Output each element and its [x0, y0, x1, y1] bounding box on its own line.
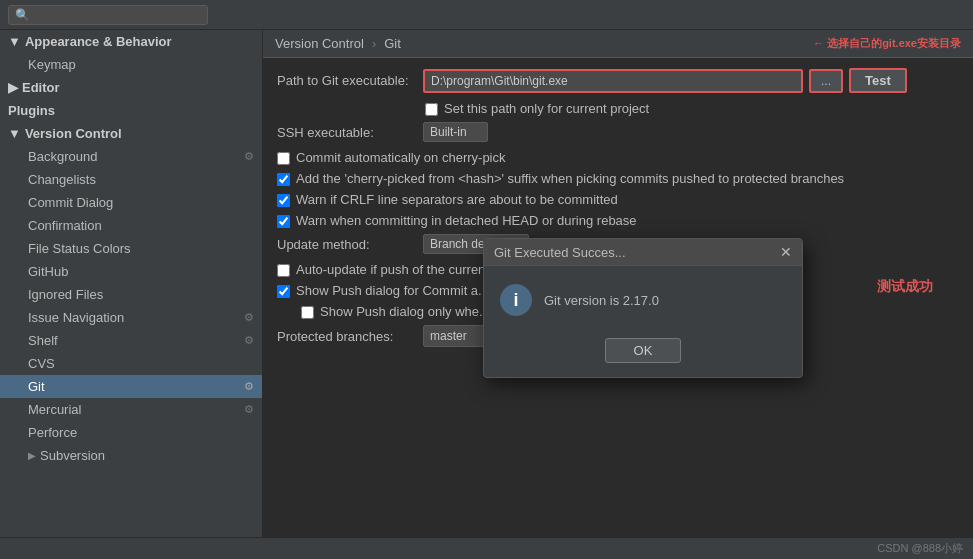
sidebar-item-cvs[interactable]: CVS	[0, 352, 262, 375]
ok-button[interactable]: OK	[605, 338, 682, 363]
sidebar-item-changelists[interactable]: Changelists	[0, 168, 262, 191]
browse-button[interactable]: ...	[809, 69, 843, 93]
current-project-label: Set this path only for current project	[444, 101, 649, 116]
sidebar-item-label: Editor	[22, 80, 254, 95]
sidebar-item-keymap[interactable]: Keymap	[0, 53, 262, 76]
sidebar-item-github[interactable]: GitHub	[0, 260, 262, 283]
vcs-icon-git: ⚙	[244, 380, 254, 393]
sidebar-item-git[interactable]: Git ⚙	[0, 375, 262, 398]
expand-arrow: ▶	[28, 450, 36, 461]
vcs-icon-background: ⚙	[244, 150, 254, 163]
detached-label: Warn when committing in detached HEAD or…	[296, 213, 637, 228]
expand-arrow: ▼	[8, 126, 21, 141]
sidebar-item-plugins[interactable]: Plugins	[0, 99, 262, 122]
sidebar-item-shelf[interactable]: Shelf ⚙	[0, 329, 262, 352]
ssh-label: SSH executable:	[277, 125, 417, 140]
info-icon: i	[500, 284, 532, 316]
sidebar-item-label: Shelf	[28, 333, 240, 348]
git-path-label: Path to Git executable:	[277, 73, 417, 88]
sidebar-item-label: Commit Dialog	[28, 195, 254, 210]
sidebar-item-commit-dialog[interactable]: Commit Dialog	[0, 191, 262, 214]
dialog-footer: OK	[484, 330, 802, 377]
sidebar-item-label: Confirmation	[28, 218, 254, 233]
sidebar-item-label: Subversion	[40, 448, 254, 463]
breadcrumb-vcs: Version Control	[275, 36, 364, 51]
detached-row: Warn when committing in detached HEAD or…	[277, 213, 959, 228]
dialog-title-text: Git Executed Succes...	[494, 245, 626, 260]
show-push-label: Show Push dialog for Commit a...	[296, 283, 489, 298]
sidebar-item-label: Perforce	[28, 425, 254, 440]
sidebar-item-label: Ignored Files	[28, 287, 254, 302]
auto-cherry-row: Commit automatically on cherry-pick	[277, 150, 959, 165]
dialog-message: Git version is 2.17.0	[544, 293, 659, 308]
sidebar-item-mercurial[interactable]: Mercurial ⚙	[0, 398, 262, 421]
sidebar-item-label: Mercurial	[28, 402, 240, 417]
sidebar: ▼ Appearance & Behavior Keymap ▶ Editor …	[0, 30, 263, 537]
sidebar-item-label: Keymap	[28, 57, 76, 72]
sidebar-item-label: Plugins	[8, 103, 254, 118]
expand-arrow: ▼	[8, 34, 21, 49]
dialog-title-bar: Git Executed Succes... ✕	[484, 239, 802, 266]
sidebar-item-vcs[interactable]: ▼ Version Control	[0, 122, 262, 145]
git-path-input[interactable]	[423, 69, 803, 93]
credit-label: CSDN @888小婷	[877, 541, 963, 556]
git-path-row: Path to Git executable: ... Test	[277, 68, 959, 93]
success-dialog: Git Executed Succes... ✕ i Git version i…	[483, 238, 803, 378]
sidebar-item-perforce[interactable]: Perforce	[0, 421, 262, 444]
crlf-checkbox[interactable]	[277, 194, 290, 207]
auto-cherry-checkbox[interactable]	[277, 152, 290, 165]
vcs-icon-issue: ⚙	[244, 311, 254, 324]
ssh-row: SSH executable: Built-in	[277, 122, 959, 142]
show-push-only-label: Show Push dialog only whe...	[320, 304, 490, 319]
cherry-suffix-checkbox[interactable]	[277, 173, 290, 186]
auto-cherry-label: Commit automatically on cherry-pick	[296, 150, 506, 165]
update-method-label: Update method:	[277, 237, 417, 252]
current-project-row: Set this path only for current project	[277, 101, 959, 116]
expand-arrow: ▶	[8, 80, 18, 95]
test-button[interactable]: Test	[849, 68, 907, 93]
auto-update-checkbox[interactable]	[277, 264, 290, 277]
show-push-checkbox[interactable]	[277, 285, 290, 298]
content-header: Version Control › Git ← 选择自己的git.exe安装目录	[263, 30, 973, 58]
annotation-top: ← 选择自己的git.exe安装目录	[813, 36, 961, 51]
sidebar-item-label: Git	[28, 379, 240, 394]
crlf-label: Warn if CRLF line separators are about t…	[296, 192, 618, 207]
breadcrumb-separator: ›	[372, 36, 376, 51]
current-project-checkbox[interactable]	[425, 103, 438, 116]
sidebar-item-editor[interactable]: ▶ Editor	[0, 76, 262, 99]
cherry-suffix-label: Add the 'cherry-picked from <hash>' suff…	[296, 171, 844, 186]
detached-checkbox[interactable]	[277, 215, 290, 228]
protected-branches-label: Protected branches:	[277, 329, 417, 344]
vcs-icon-shelf: ⚙	[244, 334, 254, 347]
sidebar-item-subversion[interactable]: ▶ Subversion	[0, 444, 262, 467]
sidebar-item-label: CVS	[28, 356, 254, 371]
show-push-only-checkbox[interactable]	[301, 306, 314, 319]
cherry-suffix-row: Add the 'cherry-picked from <hash>' suff…	[277, 171, 959, 186]
sidebar-item-background[interactable]: Background ⚙	[0, 145, 262, 168]
sidebar-item-label: Issue Navigation	[28, 310, 240, 325]
crlf-row: Warn if CRLF line separators are about t…	[277, 192, 959, 207]
dialog-close-button[interactable]: ✕	[780, 244, 792, 260]
dialog-body: i Git version is 2.17.0	[484, 266, 802, 330]
sidebar-item-label: File Status Colors	[28, 241, 254, 256]
sidebar-item-file-status-colors[interactable]: File Status Colors	[0, 237, 262, 260]
sidebar-item-label: Changelists	[28, 172, 254, 187]
sidebar-item-label: Background	[28, 149, 240, 164]
ssh-select[interactable]: Built-in	[423, 122, 488, 142]
breadcrumb-git: Git	[384, 36, 401, 51]
vcs-icon-mercurial: ⚙	[244, 403, 254, 416]
sidebar-item-label: Appearance & Behavior	[25, 34, 254, 49]
sidebar-item-label: GitHub	[28, 264, 254, 279]
sidebar-item-appearance[interactable]: ▼ Appearance & Behavior	[0, 30, 262, 53]
content-panel: Version Control › Git ← 选择自己的git.exe安装目录…	[263, 30, 973, 537]
content-body: Path to Git executable: ... Test Set thi…	[263, 58, 973, 537]
sidebar-item-issue-navigation[interactable]: Issue Navigation ⚙	[0, 306, 262, 329]
sidebar-item-label: Version Control	[25, 126, 254, 141]
sidebar-item-confirmation[interactable]: Confirmation	[0, 214, 262, 237]
sidebar-item-ignored-files[interactable]: Ignored Files	[0, 283, 262, 306]
search-input[interactable]	[8, 5, 208, 25]
bottom-bar: CSDN @888小婷	[0, 537, 973, 559]
main-area: ▼ Appearance & Behavior Keymap ▶ Editor …	[0, 30, 973, 537]
top-bar	[0, 0, 973, 30]
